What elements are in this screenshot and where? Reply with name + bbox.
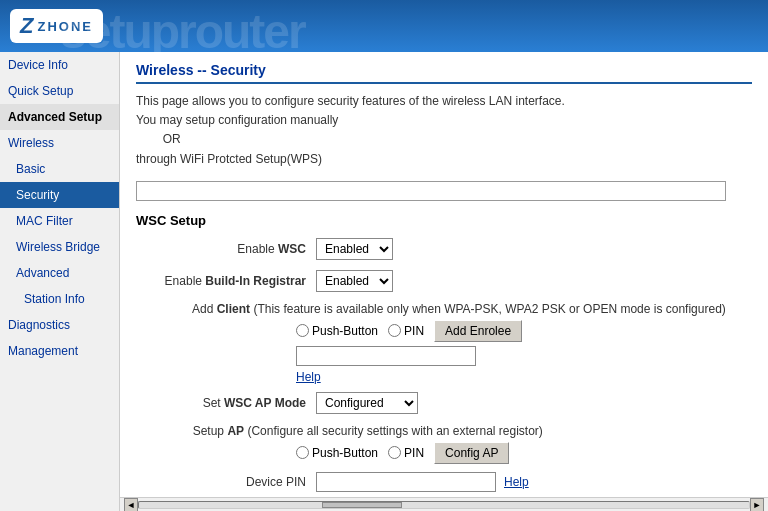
- setup-ap-desc: Setup AP (Configure all security setting…: [136, 424, 752, 438]
- desc-or: OR: [163, 132, 181, 146]
- content-area: Wireless -- Security This page allows yo…: [120, 52, 768, 497]
- sidebar-item-security[interactable]: Security: [0, 182, 119, 208]
- enable-buildin-label: Enable Build-In Registrar: [136, 274, 316, 288]
- sidebar-item-advanced-setup[interactable]: Advanced Setup: [0, 104, 119, 130]
- enable-buildin-row: Enable Build-In Registrar Enabled Disabl…: [136, 270, 752, 292]
- setup-ap-bold: AP: [227, 424, 244, 438]
- wps-text-input[interactable]: [136, 181, 726, 201]
- radio-push-button-text: Push-Button: [312, 324, 378, 338]
- desc-line2: You may setup configuration manually: [136, 113, 338, 127]
- radio-pin-text: PIN: [404, 324, 424, 338]
- help-link-1[interactable]: Help: [296, 370, 321, 384]
- wsc-section-title: WSC Setup: [136, 213, 752, 228]
- setup-ap-radio-push[interactable]: [296, 446, 309, 459]
- setup-ap-radio-pin[interactable]: [388, 446, 401, 459]
- enable-wsc-label-bold: WSC: [278, 242, 306, 256]
- help-link-2[interactable]: Help: [504, 475, 529, 489]
- scroll-left-button[interactable]: ◄: [124, 498, 138, 512]
- scrollbar-thumb[interactable]: [322, 502, 402, 508]
- enable-wsc-label: Enable WSC: [136, 242, 316, 256]
- radio-pin-label[interactable]: PIN: [388, 324, 424, 338]
- scroll-right-button[interactable]: ►: [750, 498, 764, 512]
- enable-wsc-control: Enabled Disabled: [316, 238, 393, 260]
- setup-ap-radio-pin-label[interactable]: PIN: [388, 446, 424, 460]
- add-client-desc: Add Client (This feature is available on…: [136, 302, 752, 316]
- radio-push-button-label[interactable]: Push-Button: [296, 324, 378, 338]
- wsc-ap-mode-select[interactable]: Configured Unconfigured: [316, 392, 418, 414]
- radio-pin[interactable]: [388, 324, 401, 337]
- sidebar-item-quick-setup[interactable]: Quick Setup: [0, 78, 119, 104]
- enable-buildin-select[interactable]: Enabled Disabled: [316, 270, 393, 292]
- sidebar-item-diagnostics[interactable]: Diagnostics: [0, 312, 119, 338]
- config-ap-button[interactable]: Config AP: [434, 442, 509, 464]
- enable-buildin-control: Enabled Disabled: [316, 270, 393, 292]
- wsc-ap-mode-row: Set WSC AP Mode Configured Unconfigured: [136, 392, 752, 414]
- enable-buildin-label-bold: Build-In Registrar: [205, 274, 306, 288]
- setup-ap-section: Setup AP (Configure all security setting…: [136, 424, 752, 464]
- wsc-ap-mode-control: Configured Unconfigured: [316, 392, 418, 414]
- page-title: Wireless -- Security: [136, 62, 752, 84]
- setup-ap-radio-pin-text: PIN: [404, 446, 424, 460]
- horizontal-scrollbar[interactable]: ◄ ►: [120, 497, 768, 511]
- logo-z: Z: [20, 13, 33, 39]
- desc-line1: This page allows you to configure securi…: [136, 94, 565, 108]
- logo-text: ZHONE: [37, 19, 93, 34]
- sidebar-item-device-info[interactable]: Device Info: [0, 52, 119, 78]
- enable-wsc-row: Enable WSC Enabled Disabled: [136, 238, 752, 260]
- sidebar-item-wireless-bridge[interactable]: Wireless Bridge: [0, 234, 119, 260]
- add-enrolee-button[interactable]: Add Enrolee: [434, 320, 522, 342]
- add-client-note: (This feature is available only when WPA…: [253, 302, 725, 316]
- desc-line3: through WiFi Protcted Setup(WPS): [136, 152, 322, 166]
- sidebar-item-wireless[interactable]: Wireless: [0, 130, 119, 156]
- logo: Z ZHONE: [10, 9, 103, 43]
- sidebar: Device Info Quick Setup Advanced Setup W…: [0, 52, 120, 511]
- page-description: This page allows you to configure securi…: [136, 92, 752, 169]
- device-pin-label: Device PIN: [136, 475, 316, 489]
- sidebar-item-management[interactable]: Management: [0, 338, 119, 364]
- wsc-ap-mode-label: Set WSC AP Mode: [136, 396, 316, 410]
- setup-ap-radio-push-text: Push-Button: [312, 446, 378, 460]
- device-pin-control: Help: [316, 472, 529, 492]
- setup-ap-note: (Configure all security settings with an…: [247, 424, 542, 438]
- radio-push-button[interactable]: [296, 324, 309, 337]
- enable-wsc-select[interactable]: Enabled Disabled: [316, 238, 393, 260]
- device-pin-input[interactable]: [316, 472, 496, 492]
- add-client-input[interactable]: [296, 346, 476, 366]
- sidebar-item-station-info[interactable]: Station Info: [0, 286, 119, 312]
- add-client-bold: Client: [217, 302, 250, 316]
- device-pin-row: Device PIN Help: [136, 472, 752, 492]
- setup-ap-radio-push-label[interactable]: Push-Button: [296, 446, 378, 460]
- scrollbar-track[interactable]: [138, 501, 750, 509]
- header: Z ZHONE setuprouter: [0, 0, 768, 52]
- sidebar-item-advanced[interactable]: Advanced: [0, 260, 119, 286]
- wsc-ap-mode-label-bold: WSC AP Mode: [224, 396, 306, 410]
- sidebar-item-mac-filter[interactable]: MAC Filter: [0, 208, 119, 234]
- add-client-section: Add Client (This feature is available on…: [136, 302, 752, 384]
- sidebar-item-basic[interactable]: Basic: [0, 156, 119, 182]
- main-layout: Device Info Quick Setup Advanced Setup W…: [0, 52, 768, 511]
